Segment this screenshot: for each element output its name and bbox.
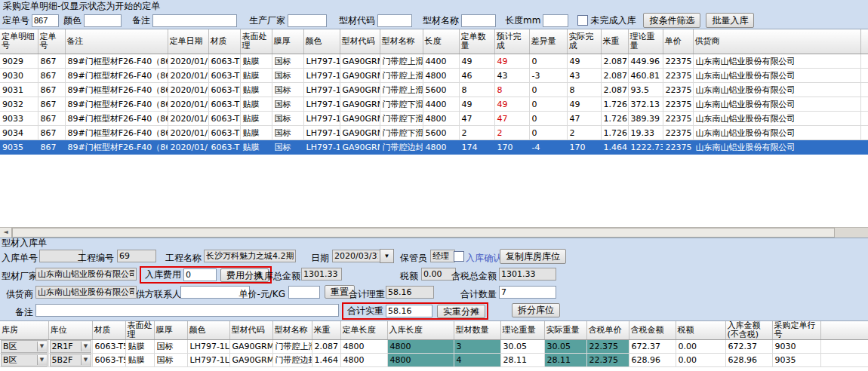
- grid-cell[interactable]: 89#门框型材F26-F40（866+867）: [65, 69, 168, 83]
- grid-cell[interactable]: [860, 69, 868, 83]
- grid-cell[interactable]: 867: [38, 140, 65, 155]
- factory-input[interactable]: [35, 268, 137, 281]
- grid-cell[interactable]: 2R1F▼: [48, 340, 92, 354]
- grid-cell[interactable]: 867: [38, 97, 65, 112]
- grid-cell[interactable]: 门带腔上滑: [272, 340, 312, 354]
- grid-cell[interactable]: GA90GRM03: [340, 83, 380, 97]
- column-header[interactable]: 型材名称: [272, 321, 312, 340]
- grid-cell[interactable]: [860, 140, 868, 155]
- grid-cell[interactable]: 93.5: [628, 83, 663, 97]
- grid-cell[interactable]: 6063-T5: [208, 112, 240, 126]
- grid-cell[interactable]: 国标: [272, 83, 303, 97]
- grid-cell[interactable]: 贴膜: [125, 354, 154, 367]
- grid-cell[interactable]: 1.726: [601, 112, 628, 126]
- inbound-confirm-checkbox[interactable]: [454, 251, 464, 262]
- grid-cell[interactable]: 2.087: [601, 69, 628, 83]
- grid-cell[interactable]: 2.087: [601, 54, 628, 69]
- inbound-row[interactable]: B区▼2R1F▼6063-T5贴膜国标LH797-1LL0GA90GRM03门带…: [0, 340, 868, 354]
- order-row[interactable]: 902986789#门框型材F26-F40（866+867）2020/01/13…: [0, 54, 868, 69]
- grid-cell[interactable]: 1.464: [312, 354, 340, 367]
- weight-share-button[interactable]: 实重分摊: [437, 305, 485, 318]
- grid-cell[interactable]: 贴膜: [240, 112, 272, 126]
- order-row[interactable]: 903586789#门框型材F26-F40（866+867）2020/01/13…: [0, 140, 868, 155]
- grid-cell[interactable]: 山东南山铝业股份有限公司: [693, 83, 860, 97]
- grid-cell[interactable]: 国标: [272, 54, 303, 69]
- inbound-total-input[interactable]: [301, 268, 342, 281]
- column-header[interactable]: 库房: [0, 321, 48, 340]
- grid-cell[interactable]: 贴膜: [125, 340, 154, 354]
- grid-cell[interactable]: 6063-T5: [92, 354, 125, 367]
- grid-cell[interactable]: 0: [529, 126, 567, 140]
- grid-cell[interactable]: 30.05: [544, 340, 586, 354]
- grid-cell[interactable]: 867: [38, 126, 65, 140]
- column-header[interactable]: 材质: [92, 321, 125, 340]
- grid-cell[interactable]: 国标: [272, 97, 303, 112]
- grid-cell[interactable]: 山东南山铝业股份有限公司: [693, 126, 860, 140]
- grid-cell[interactable]: 4800: [423, 140, 459, 155]
- remark-input[interactable]: [35, 304, 339, 317]
- grid-cell[interactable]: LH797-1LL0: [303, 69, 340, 83]
- grid-cell[interactable]: 国标: [272, 126, 303, 140]
- column-header[interactable]: 颜色: [303, 29, 340, 54]
- grid-cell[interactable]: LH797-1LL0: [303, 140, 340, 155]
- grid-cell[interactable]: 6063-T5: [208, 54, 240, 69]
- grid-cell[interactable]: 0: [529, 112, 567, 126]
- grid-cell[interactable]: 贴膜: [240, 54, 272, 69]
- grid-cell[interactable]: 6063-T5: [208, 140, 240, 155]
- column-header[interactable]: 定单号: [38, 29, 65, 54]
- grid-cell[interactable]: GA90GRM04: [340, 126, 380, 140]
- column-header[interactable]: 材质: [208, 29, 240, 54]
- grid-cell[interactable]: 山东南山铝业股份有限公司: [693, 54, 860, 69]
- grid-cell[interactable]: 门带腔上滑: [380, 83, 423, 97]
- project-name-input[interactable]: [204, 250, 296, 262]
- profile-name-input[interactable]: [461, 14, 496, 27]
- column-header[interactable]: 供货商: [693, 29, 860, 54]
- unit-price-input[interactable]: [288, 286, 320, 299]
- column-header[interactable]: [820, 321, 868, 340]
- profile-code-input[interactable]: [377, 14, 412, 27]
- grid-cell[interactable]: LH797-1LL0: [187, 354, 229, 367]
- grid-cell[interactable]: 2020/01/13: [168, 112, 208, 126]
- column-header[interactable]: 型材代码: [340, 29, 380, 54]
- grid-cell[interactable]: LH797-1LL0: [303, 83, 340, 97]
- grid-cell[interactable]: 6063-T5: [208, 83, 240, 97]
- column-header[interactable]: 定单长度: [340, 321, 387, 340]
- grid-cell[interactable]: 672.37: [725, 340, 772, 354]
- grid-cell[interactable]: [820, 354, 868, 367]
- grid-cell[interactable]: 170: [567, 140, 601, 155]
- column-header[interactable]: 入库金额(不含税): [725, 321, 772, 340]
- grid-cell[interactable]: LH797-1LL0: [303, 112, 340, 126]
- column-header[interactable]: 差异量: [529, 29, 567, 54]
- combo-dropdown-icon[interactable]: ▼: [81, 355, 91, 365]
- inbound-fee-input[interactable]: [183, 268, 217, 281]
- grid-cell[interactable]: 4800: [423, 69, 459, 83]
- grid-cell[interactable]: 22375: [663, 126, 693, 140]
- grid-cell[interactable]: 47: [459, 112, 494, 126]
- grid-cell[interactable]: 1.464: [601, 140, 628, 155]
- grid-cell[interactable]: [860, 83, 868, 97]
- grid-cell[interactable]: 4800: [340, 340, 387, 354]
- grid-cell[interactable]: 2: [459, 126, 494, 140]
- grid-cell[interactable]: 1.726: [601, 126, 628, 140]
- grid-cell[interactable]: 43: [567, 69, 601, 83]
- grid-cell[interactable]: 2020/01/13: [168, 97, 208, 112]
- column-header[interactable]: 米重: [601, 29, 628, 54]
- grid-cell[interactable]: 山东南山铝业股份有限公司: [693, 140, 860, 155]
- grid-cell[interactable]: 49: [494, 54, 529, 69]
- grid-cell[interactable]: 19.33: [628, 126, 663, 140]
- grid-cell[interactable]: 5B2F▼: [48, 354, 92, 367]
- date-input[interactable]: [332, 250, 380, 262]
- grid-cell[interactable]: 22375: [663, 140, 693, 155]
- column-header[interactable]: 预计完成: [494, 29, 529, 54]
- grid-cell[interactable]: 89#门框型材F26-F40（866+867）: [65, 83, 168, 97]
- column-header[interactable]: 税额: [676, 321, 725, 340]
- grid-cell[interactable]: 89#门框型材F26-F40（866+867）: [65, 126, 168, 140]
- combo-dropdown-icon[interactable]: ▼: [37, 355, 47, 365]
- grid-cell[interactable]: GA90GRM04: [340, 112, 380, 126]
- grid-cell[interactable]: 22.375: [586, 340, 629, 354]
- grid-cell[interactable]: 49: [459, 97, 494, 112]
- grid-cell[interactable]: 2020/01/13: [168, 69, 208, 83]
- split-location-button[interactable]: 拆分库位: [512, 303, 560, 317]
- grid-cell[interactable]: 4800: [423, 112, 459, 126]
- manufacturer-input[interactable]: [288, 14, 327, 27]
